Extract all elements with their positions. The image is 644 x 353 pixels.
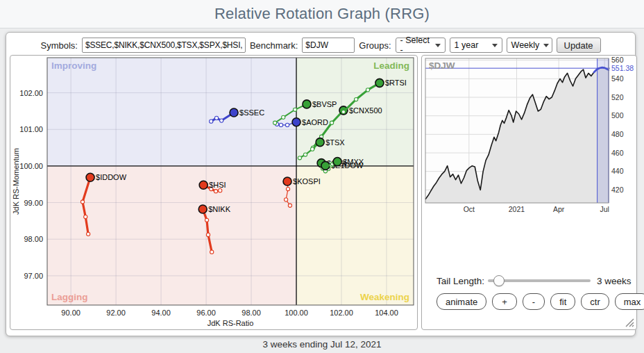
center-button[interactable]: ctr bbox=[581, 293, 609, 310]
tail-length-value: 3 weeks bbox=[597, 276, 632, 286]
tail-length-label: Tail Length: bbox=[437, 276, 484, 286]
svg-text:98.00: 98.00 bbox=[242, 309, 261, 317]
svg-text:Leading: Leading bbox=[373, 60, 409, 71]
svg-text:Weakening: Weakening bbox=[360, 292, 409, 302]
groups-select[interactable]: - Select - bbox=[396, 38, 446, 53]
groups-select-value: - Select - bbox=[400, 35, 431, 55]
svg-text:$HSI: $HSI bbox=[209, 181, 226, 189]
svg-text:$CNX500: $CNX500 bbox=[349, 106, 382, 115]
benchmark-chart[interactable]: 420440460480500520540560551.38Oct2021Apr… bbox=[423, 57, 634, 214]
svg-text:$IDDOW: $IDDOW bbox=[96, 173, 127, 181]
svg-text:440: 440 bbox=[611, 167, 624, 175]
footer-caption: 3 weeks ending Jul 12, 2021 bbox=[0, 339, 644, 350]
fit-button[interactable]: fit bbox=[550, 293, 575, 310]
svg-text:$TSX: $TSX bbox=[325, 138, 345, 147]
svg-text:560: 560 bbox=[611, 57, 624, 64]
svg-text:94.00: 94.00 bbox=[151, 309, 171, 317]
svg-text:101.00: 101.00 bbox=[19, 125, 43, 133]
svg-text:98.00: 98.00 bbox=[24, 235, 43, 243]
period-select[interactable]: 1 year bbox=[450, 38, 502, 53]
tail-length-row: Tail Length: 3 weeks bbox=[422, 273, 636, 288]
title-bar: Relative Rotation Graph (RRG) bbox=[0, 0, 644, 28]
svg-text:99.00: 99.00 bbox=[24, 199, 43, 207]
svg-text:JdK RS-Ratio: JdK RS-Ratio bbox=[207, 319, 254, 327]
svg-text:$AORD: $AORD bbox=[302, 118, 328, 126]
resize-handle-icon[interactable] bbox=[625, 318, 634, 327]
svg-text:540: 540 bbox=[611, 74, 624, 83]
chevron-down-icon bbox=[435, 44, 441, 47]
svg-text:460: 460 bbox=[611, 149, 624, 157]
frequency-select[interactable]: Weekly bbox=[507, 38, 552, 53]
svg-text:420: 420 bbox=[611, 186, 624, 194]
side-panel: 420440460480500520540560551.38Oct2021Apr… bbox=[421, 55, 637, 330]
svg-text:500: 500 bbox=[611, 111, 624, 120]
rrg-chart[interactable]: 90.0092.0094.0096.0098.00100.00102.00104… bbox=[10, 56, 416, 328]
symbols-label: Symbols: bbox=[40, 40, 77, 51]
rrg-panel: 90.0092.0094.0096.0098.00100.00102.00104… bbox=[10, 55, 418, 330]
max-button[interactable]: max bbox=[615, 293, 644, 310]
svg-text:Oct: Oct bbox=[464, 205, 475, 213]
svg-text:$BVSP: $BVSP bbox=[312, 100, 337, 108]
svg-text:2021: 2021 bbox=[509, 205, 525, 213]
tail-length-slider[interactable] bbox=[488, 279, 591, 282]
benchmark-chart-wrap: 420440460480500520540560551.38Oct2021Apr… bbox=[423, 57, 634, 214]
main-card: Symbols: Benchmark: Groups: - Select - 1… bbox=[6, 32, 636, 336]
benchmark-input[interactable] bbox=[302, 38, 355, 53]
svg-text:104.00: 104.00 bbox=[375, 309, 398, 317]
page-title: Relative Rotation Graph (RRG) bbox=[214, 5, 430, 23]
svg-text:551.38: 551.38 bbox=[611, 64, 634, 72]
symbols-input[interactable] bbox=[82, 38, 246, 53]
period-select-value: 1 year bbox=[455, 40, 479, 50]
svg-text:Improving: Improving bbox=[51, 60, 96, 71]
svg-text:96.00: 96.00 bbox=[196, 309, 216, 317]
toolbar: Symbols: Benchmark: Groups: - Select - 1… bbox=[6, 37, 635, 54]
frequency-select-value: Weekly bbox=[511, 40, 540, 50]
svg-text:JdK RS-Momentum: JdK RS-Momentum bbox=[12, 148, 20, 215]
groups-label: Groups: bbox=[359, 40, 391, 51]
svg-text:$RTSI: $RTSI bbox=[385, 79, 407, 87]
animate-button[interactable]: animate bbox=[437, 293, 486, 310]
svg-text:102.00: 102.00 bbox=[19, 89, 43, 97]
svg-text:90.00: 90.00 bbox=[61, 309, 80, 317]
svg-text:92.00: 92.00 bbox=[106, 309, 126, 317]
chevron-down-icon bbox=[492, 44, 498, 47]
chevron-down-icon bbox=[543, 44, 549, 47]
svg-text:102.00: 102.00 bbox=[330, 309, 353, 317]
svg-text:100.00: 100.00 bbox=[285, 309, 308, 317]
update-button[interactable]: Update bbox=[557, 38, 601, 53]
svg-text:$SSEC: $SSEC bbox=[239, 108, 264, 117]
svg-text:Lagging: Lagging bbox=[51, 292, 88, 302]
svg-text:$MXX: $MXX bbox=[343, 158, 364, 166]
svg-text:$NIKK: $NIKK bbox=[208, 205, 230, 213]
svg-text:Apr: Apr bbox=[553, 205, 565, 213]
slider-knob[interactable] bbox=[493, 275, 505, 286]
svg-text:Jul: Jul bbox=[600, 205, 609, 213]
svg-text:100.00: 100.00 bbox=[19, 162, 43, 170]
svg-text:480: 480 bbox=[611, 130, 624, 138]
zoom-in-button[interactable]: + bbox=[492, 293, 517, 310]
svg-text:520: 520 bbox=[611, 93, 624, 101]
svg-text:97.00: 97.00 bbox=[24, 272, 43, 280]
zoom-out-button[interactable]: - bbox=[523, 293, 545, 310]
svg-text:$DJW: $DJW bbox=[429, 60, 455, 71]
chart-buttons: animate + - fit ctr max bbox=[437, 293, 644, 310]
svg-text:$KOSPI: $KOSPI bbox=[293, 177, 321, 186]
benchmark-label: Benchmark: bbox=[250, 40, 298, 51]
